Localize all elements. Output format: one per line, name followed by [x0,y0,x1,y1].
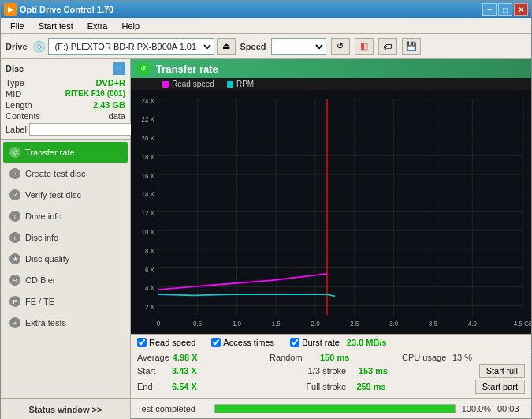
svg-text:0: 0 [157,320,161,328]
nav-drive-info[interactable]: i Drive info [3,206,128,226]
stroke-1-3-label: 1/3 stroke [308,366,355,376]
chart-title: Transfer rate [156,63,218,75]
app-title: Opti Drive Control 1.70 [20,5,113,14]
nav-icon-create: + [9,168,20,179]
end-label: End [137,382,169,391]
svg-text:18 X: 18 X [141,152,154,161]
drive-select[interactable]: (F:) PLEXTOR BD-R PX-B900A 1.01 [48,38,214,55]
full-stroke-value: 259 ms [356,382,396,391]
nav-disc-info[interactable]: i Disc info [3,227,128,248]
eraser-button[interactable]: ◧ [355,38,374,55]
stat-start: Start 3.43 X [137,366,299,376]
app-icon: ▶ [4,3,17,16]
svg-text:4.0: 4.0 [468,320,477,328]
type-label: Type [6,78,24,88]
status-text: Test completed [137,404,208,413]
burst-rate-checkbox[interactable] [290,338,299,347]
nav-label-drive: Drive info [25,211,61,221]
nav-label-quality: Disc quality [25,254,69,264]
svg-text:8 X: 8 X [145,246,154,255]
svg-text:22 X: 22 X [141,115,154,124]
start-part-button[interactable]: Start part [475,380,525,394]
app-window: ▶ Opti Drive Control 1.70 – □ ✕ File Sta… [0,0,532,419]
bottom-status-bar: Status window >> Test completed 100.0% 0… [1,398,531,418]
legend-rpm: RPM [227,80,254,88]
menu-help[interactable]: Help [115,20,146,32]
menu-extra[interactable]: Extra [81,20,114,32]
nav-fe-te[interactable]: F FE / TE [3,291,128,312]
nav-label-bler: CD Bler [25,275,56,285]
chart-legend: Read speed RPM [131,78,531,90]
svg-text:14 X: 14 X [141,190,154,199]
nav-transfer-rate[interactable]: ↺ Transfer rate [3,142,128,163]
nav-verify-test-disc[interactable]: ✓ Verify test disc [3,185,128,205]
save-button[interactable]: 💾 [402,38,421,55]
access-times-checkbox[interactable] [211,338,221,347]
content-area: Disc ↔ Type DVD+R MID RITEK F16 (001) Le… [1,59,531,398]
nav-label-create: Create test disc [25,169,85,178]
chart-header: ↺ Transfer rate [131,59,531,78]
start-value: 3.43 X [172,366,211,376]
checkbox-burst-rate: Burst rate 23.0 MB/s [290,338,386,347]
chart-svg: 24 X 22 X 20 X 18 X 16 X 14 X 12 X 10 X … [131,90,531,334]
contents-label: Contents [6,111,40,121]
minimize-button[interactable]: – [482,3,497,16]
stats-row-1: Average 4.98 X Random 150 ms CPU usage 1… [137,353,525,362]
svg-text:0.5: 0.5 [193,320,202,328]
status-window-button[interactable]: Status window >> [1,399,131,419]
refresh-button[interactable]: ↺ [331,38,350,55]
read-speed-checkbox[interactable] [137,338,147,347]
speed-select[interactable] [271,38,326,55]
nav-extra-tests[interactable]: + Extra tests [3,312,128,333]
nav-create-test-disc[interactable]: + Create test disc [3,163,128,184]
mid-label: MID [6,89,21,99]
right-panel: ↺ Transfer rate Read speed RPM [131,59,531,398]
burst-rate-checkbox-label: Burst rate [302,338,340,347]
close-button[interactable]: ✕ [514,3,528,16]
progress-percentage: 100.0% [462,404,491,413]
title-bar-left: ▶ Opti Drive Control 1.70 [4,3,113,16]
checkbox-read-speed: Read speed [137,338,195,347]
svg-text:1.5: 1.5 [272,320,281,328]
stat-full-stroke: Full stroke 259 ms [306,382,465,391]
svg-text:10 X: 10 X [141,227,154,236]
nav-icon-drive: i [9,211,20,222]
stats-section: Average 4.98 X Random 150 ms CPU usage 1… [131,350,531,398]
start-full-button[interactable]: Start full [479,364,525,378]
length-label: Length [6,100,32,110]
tag-button[interactable]: 🏷 [378,38,397,55]
disc-label-input[interactable] [29,123,134,136]
svg-text:3.5: 3.5 [429,320,437,328]
nav-menu: ↺ Transfer rate + Create test disc ✓ Ver… [1,140,130,398]
nav-label-disc-info: Disc info [25,233,58,242]
disc-section: Disc ↔ Type DVD+R MID RITEK F16 (001) Le… [1,59,130,140]
svg-text:12 X: 12 X [141,209,154,218]
menu-start-test[interactable]: Start test [32,20,80,32]
nav-cd-bler[interactable]: B CD Bler [3,270,128,290]
svg-text:24 X: 24 X [141,96,154,105]
svg-text:4.5 GB: 4.5 GB [514,320,531,328]
maximize-button[interactable]: □ [498,3,512,16]
start-label: Start [137,366,169,376]
random-value: 150 ms [320,353,359,362]
nav-disc-quality[interactable]: ★ Disc quality [3,249,128,269]
menu-file[interactable]: File [4,20,31,32]
eject-button[interactable]: ⏏ [217,38,236,55]
legend-rpm-dot [227,81,233,88]
checkbox-row: Read speed Access times Burst rate 23.0 … [131,334,531,350]
svg-text:4 X: 4 X [145,284,154,293]
nav-icon-verify: ✓ [9,189,20,200]
disc-arrow-button[interactable]: ↔ [113,62,125,75]
length-value: 2.43 GB [93,100,125,110]
nav-icon-bler: B [9,275,20,286]
stroke-1-3-value: 153 ms [359,366,398,376]
nav-icon-extra: + [9,317,20,328]
average-value: 4.98 X [173,353,212,362]
svg-text:6 X: 6 X [145,265,154,274]
stat-stroke-1-3: 1/3 stroke 153 ms [308,366,470,376]
stat-average: Average 4.98 X [137,353,260,362]
svg-text:20 X: 20 X [141,134,154,143]
svg-text:16 X: 16 X [141,171,154,180]
access-times-checkbox-label: Access times [223,338,274,347]
nav-icon-disc-info: i [9,232,20,243]
